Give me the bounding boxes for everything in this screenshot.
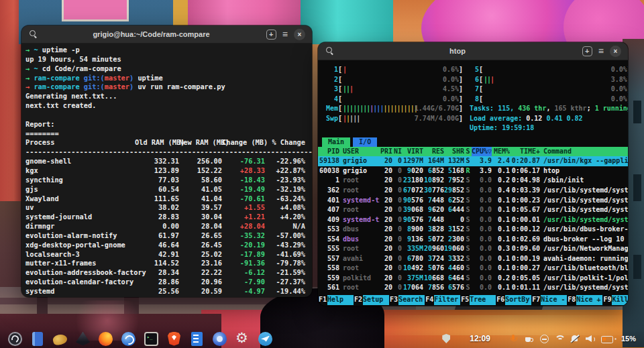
- report-row: systemd-journald28.8330.04+1.21+4.20%: [25, 213, 308, 222]
- close-icon[interactable]: ×: [294, 29, 305, 40]
- column-header-shr[interactable]: SHR: [444, 147, 464, 157]
- fkey-f5[interactable]: F5: [460, 295, 470, 305]
- process-row[interactable]: 555root200335M2096019060S0.00.30:09.60/u…: [318, 244, 628, 254]
- battery-percentage: 15%: [621, 335, 636, 343]
- meter-5: 5[0.0%]: [470, 65, 628, 75]
- tray-wifi-icon[interactable]: [555, 334, 564, 343]
- dock-app-brave-icon[interactable]: [168, 332, 180, 346]
- dock-app-inkscape-icon[interactable]: [76, 332, 90, 346]
- terminal-line: ========: [25, 129, 308, 139]
- new-tab-button[interactable]: +: [266, 30, 276, 40]
- terminal-window-ram-compare: grigio@hua:~/Code/ram-compare + ≡ × → ~ …: [21, 25, 312, 297]
- tray-do-not-disturb-icon[interactable]: [539, 334, 549, 343]
- fkey-f4[interactable]: F4: [425, 295, 434, 305]
- dock-app-blue-disc-app-icon[interactable]: [213, 332, 227, 346]
- wallpaper-pink-window: [62, 0, 129, 21]
- dock-app-journal-icon[interactable]: [32, 332, 43, 346]
- process-row[interactable]: 559polkitd200375M106686464S0.00.20:05.05…: [318, 274, 628, 284]
- process-row[interactable]: 553dbus200890038283152S0.00.10:00.12/usr…: [318, 225, 628, 235]
- terminal-line: Generating next.txt...: [25, 92, 308, 101]
- fkey-label-filter[interactable]: Filter: [434, 295, 460, 305]
- fkey-label-sortby[interactable]: SortBy: [505, 295, 531, 305]
- process-row[interactable]: 409systemd-ti2009057674480S0.00.10:00.01…: [318, 215, 628, 225]
- process-row[interactable]: 401systemd-ti2009057674486252S0.00.10:00…: [318, 196, 628, 206]
- dock-app-settings-icon[interactable]: [235, 332, 250, 346]
- column-header-res[interactable]: RES: [423, 147, 444, 157]
- report-row: mutter-x11-frames114.5223.16-91.36-79.78…: [25, 259, 308, 268]
- tray-microphone-active-icon[interactable]: [508, 334, 518, 343]
- column-header-mem[interactable]: MEM%: [492, 147, 510, 157]
- dock-app-telegram-icon[interactable]: [258, 332, 272, 346]
- window-title: htop: [349, 47, 566, 55]
- fkey-f7[interactable]: F7: [531, 295, 541, 305]
- report-row: evolution-alarm-notify61.9726.65-35.32-5…: [25, 231, 308, 241]
- fkey-label-setup[interactable]: Setup: [363, 295, 389, 305]
- meter-mem: Mem[||||||||||||||||||||||1.44G/6.70G]: [323, 104, 463, 114]
- terminal-output[interactable]: → ~ uptime -pup 19 hours, 54 minutes→ ~ …: [21, 44, 312, 296]
- fkey-label-search[interactable]: Search: [398, 295, 425, 305]
- menu-icon[interactable]: ≡: [282, 30, 288, 39]
- dock-app-documents-icon[interactable]: [191, 332, 203, 346]
- dock-app-gold-knot-app-icon[interactable]: [52, 333, 68, 346]
- column-header-time[interactable]: TIME+: [510, 147, 540, 157]
- process-row[interactable]: 558root2001049250764460S0.00.10:00.27/us…: [318, 264, 628, 274]
- meter-1: 1[|0.6%]: [323, 65, 463, 75]
- column-header-pri[interactable]: PRI: [380, 147, 392, 157]
- new-tab-button[interactable]: +: [582, 46, 592, 56]
- fkey-label-tree[interactable]: Tree: [470, 295, 496, 305]
- close-icon[interactable]: ×: [610, 46, 621, 57]
- fkey-label-help[interactable]: Help: [327, 295, 354, 305]
- menu-icon[interactable]: ≡: [598, 46, 604, 56]
- report-row: uv38.0239.57+1.55+4.08%: [25, 203, 308, 213]
- tray-notifications-muted-icon[interactable]: [570, 334, 580, 343]
- column-header-command[interactable]: Command: [540, 147, 628, 157]
- htop-tab-main[interactable]: Main: [322, 137, 350, 147]
- process-row[interactable]: 407root2003906896206444S0.00.10:05.67/us…: [318, 205, 628, 215]
- process-row[interactable]: 561root2001706478566576S0.00.10:01.11/us…: [318, 283, 628, 293]
- report-separator: ----------------------------------------…: [25, 148, 308, 157]
- column-header-pid[interactable]: PID: [318, 147, 339, 157]
- window-title: grigio@hua:~/Code/ram-compare: [52, 30, 250, 38]
- htop-content: 1[|0.6%]2[0.0%]3[|||4.5%]4[0.0%]Mem[||||…: [318, 60, 628, 305]
- fkey-f3[interactable]: F3: [389, 295, 398, 305]
- search-icon[interactable]: [30, 30, 38, 38]
- wallpaper-right-window: [633, 255, 641, 279]
- column-header-s[interactable]: S: [464, 147, 472, 157]
- wallpaper-cyan-spool: [301, 0, 393, 44]
- process-row[interactable]: 554dbus200913650722300S0.00.10:02.69dbus…: [318, 235, 628, 245]
- htop-tabs: MainI/O: [318, 137, 628, 147]
- terminal-titlebar[interactable]: grigio@hua:~/Code/ram-compare + ≡ ×: [21, 25, 312, 44]
- column-header-cpu[interactable]: CPU%▽: [472, 147, 492, 157]
- htop-info-line: Tasks: 115, 436 thr, 165 kthr; 1 running: [470, 104, 628, 114]
- fkey-label-kill[interactable]: Kill: [612, 295, 628, 305]
- dock-app-firefox-icon[interactable]: [99, 332, 113, 346]
- fkey-f6[interactable]: F6: [496, 295, 505, 305]
- tray-volume-icon[interactable]: [586, 334, 595, 343]
- process-table: 59138grigio2001297M164M132MS3.92.40:20.8…: [318, 156, 628, 293]
- dock-app-obs-studio-icon[interactable]: [8, 332, 22, 346]
- process-row[interactable]: 60038grigio200902068525168R3.90.10:06.17…: [318, 166, 628, 176]
- search-icon[interactable]: [326, 47, 334, 55]
- fkey-label-nice[interactable]: Nice -: [541, 295, 567, 305]
- clock[interactable]: 12:09: [470, 334, 490, 343]
- process-row[interactable]: 362root200670723077629852S0.00.40:03.39/…: [318, 186, 628, 196]
- htop-info-line: Load average: 0.12 0.41 0.82: [470, 114, 628, 124]
- fkey-label-nice[interactable]: Nice +: [576, 295, 602, 305]
- column-header-user[interactable]: USER: [339, 147, 380, 157]
- tray-shield-status-icon[interactable]: [442, 334, 450, 343]
- process-row[interactable]: 59138grigio2001297M164M132MS3.92.40:20.8…: [318, 156, 628, 166]
- tray-caffeine-icon[interactable]: [524, 334, 533, 343]
- htop-tab-io[interactable]: I/O: [353, 137, 377, 147]
- process-row[interactable]: 1root20023180108927952S0.00.20:04.98/sbi…: [318, 176, 628, 186]
- process-table-header[interactable]: PIDUSERPRINIVIRTRESSHRSCPU%▽MEM%TIME+Com…: [318, 147, 628, 157]
- htop-titlebar[interactable]: htop + ≡ ×: [318, 42, 628, 60]
- column-header-ni[interactable]: NI: [392, 147, 402, 157]
- column-header-virt[interactable]: VIRT: [402, 147, 423, 157]
- dock-app-web-browser-icon[interactable]: [121, 332, 136, 346]
- fkey-f9[interactable]: F9: [602, 295, 612, 305]
- tray-battery-icon[interactable]: [601, 334, 614, 343]
- fkey-f8[interactable]: F8: [567, 295, 576, 305]
- process-row[interactable]: 557avahi200678037243332S0.00.10:00.19ava…: [318, 254, 628, 264]
- fkey-f2[interactable]: F2: [354, 295, 363, 305]
- dock-app-terminal-icon[interactable]: [144, 332, 158, 346]
